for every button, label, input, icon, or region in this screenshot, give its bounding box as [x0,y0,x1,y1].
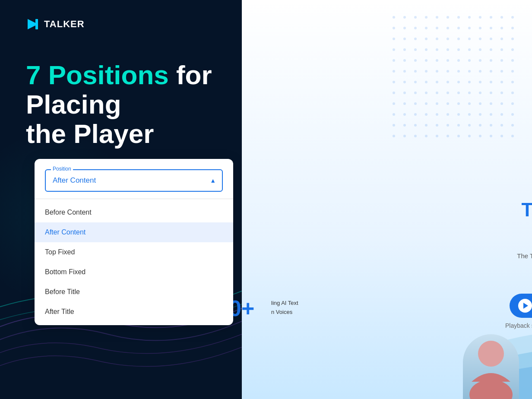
svg-point-23 [490,27,492,29]
svg-point-82 [479,81,481,83]
svg-point-43 [446,48,449,51]
svg-point-67 [446,70,449,73]
svg-point-15 [403,27,406,29]
svg-point-102 [436,102,438,105]
svg-point-98 [393,102,395,105]
svg-point-42 [436,48,438,51]
dropdown-option-after-content[interactable]: After Content [35,222,233,242]
play-icon [26,17,40,31]
svg-point-83 [490,81,492,83]
right-description: The Talker Plugin for WordPress is a too… [510,251,532,271]
svg-point-118 [479,113,481,116]
svg-point-144 [500,135,503,137]
svg-point-74 [393,81,395,83]
svg-point-94 [479,92,481,94]
svg-point-30 [436,38,438,40]
svg-point-62 [393,70,395,73]
svg-point-78 [436,81,438,83]
dropdown-selected-field[interactable]: Position After Content ▲ [45,169,223,192]
svg-point-20 [457,27,460,29]
svg-point-97 [511,92,514,94]
svg-point-140 [457,135,460,137]
svg-point-75 [403,81,406,83]
stat-line1: ling AI Text [271,300,298,306]
svg-point-133 [511,124,514,127]
svg-point-31 [446,38,449,40]
right-main-content: Text-to-Speach MicrosoftAzure Plugin The… [510,199,532,271]
svg-point-28 [414,38,417,40]
svg-point-112 [414,113,417,116]
svg-point-12 [500,16,503,19]
svg-point-96 [500,92,503,94]
svg-point-145 [511,135,514,137]
svg-point-103 [446,102,449,105]
svg-point-126 [436,124,438,127]
playback-speed-row: Playback speed: 0.5 x 0.75 x 1 x 1.25 x … [505,320,532,331]
svg-point-130 [479,124,481,127]
svg-point-101 [425,102,428,105]
audio-player[interactable]: 00:00 10:48 🔊 [510,294,532,318]
svg-point-143 [490,135,492,137]
svg-point-68 [457,70,460,73]
svg-point-52 [414,59,417,62]
svg-point-128 [457,124,460,127]
svg-point-8 [457,16,460,19]
svg-point-117 [468,113,471,116]
svg-point-120 [500,113,503,116]
svg-point-131 [490,124,492,127]
svg-point-13 [511,16,514,19]
svg-point-3 [403,16,406,19]
svg-point-142 [479,135,481,137]
svg-point-125 [425,124,428,127]
svg-point-124 [414,124,417,127]
svg-point-66 [436,70,438,73]
svg-point-55 [446,59,449,62]
svg-point-69 [468,70,471,73]
svg-point-109 [511,102,514,105]
svg-point-90 [436,92,438,94]
svg-point-17 [425,27,428,29]
svg-point-139 [446,135,449,137]
svg-point-2 [393,16,395,19]
dropdown-option-before-content[interactable]: Before Content [35,203,233,222]
svg-point-119 [490,113,492,116]
dropdown-option-after-title[interactable]: After Title [35,302,233,322]
svg-point-110 [393,113,395,116]
svg-point-106 [479,102,481,105]
left-panel: TALKER 7 Positions for Placing the Playe… [0,0,242,399]
svg-point-56 [457,59,460,62]
logo-area: TALKER [26,17,85,31]
svg-point-51 [403,59,406,62]
svg-point-113 [425,113,428,116]
play-button[interactable] [518,299,532,313]
svg-point-26 [393,38,395,40]
svg-point-72 [500,70,503,73]
svg-point-21 [468,27,471,29]
svg-point-108 [500,102,503,105]
svg-point-5 [425,16,428,19]
svg-point-92 [457,92,460,94]
svg-point-76 [414,81,417,83]
svg-point-53 [425,59,428,62]
svg-point-87 [403,92,406,94]
svg-point-116 [457,113,460,116]
svg-point-100 [414,102,417,105]
svg-point-36 [500,38,503,40]
svg-point-38 [393,48,395,51]
dropdown-option-before-title[interactable]: Before Title [35,282,233,302]
dropdown-label: Position [51,166,73,172]
dropdown-option-top-fixed[interactable]: Top Fixed [35,242,233,262]
svg-point-50 [393,59,395,62]
svg-point-95 [490,92,492,94]
dropdown-card: Position After Content ▲ Before Content … [35,159,233,325]
dropdown-option-bottom-fixed[interactable]: Bottom Fixed [35,262,233,282]
svg-point-123 [403,124,406,127]
svg-point-40 [414,48,417,51]
svg-point-7 [446,16,449,19]
svg-point-88 [414,92,417,94]
svg-point-4 [414,16,417,19]
svg-point-63 [403,70,406,73]
svg-point-29 [425,38,428,40]
svg-point-132 [500,124,503,127]
svg-point-84 [500,81,503,83]
